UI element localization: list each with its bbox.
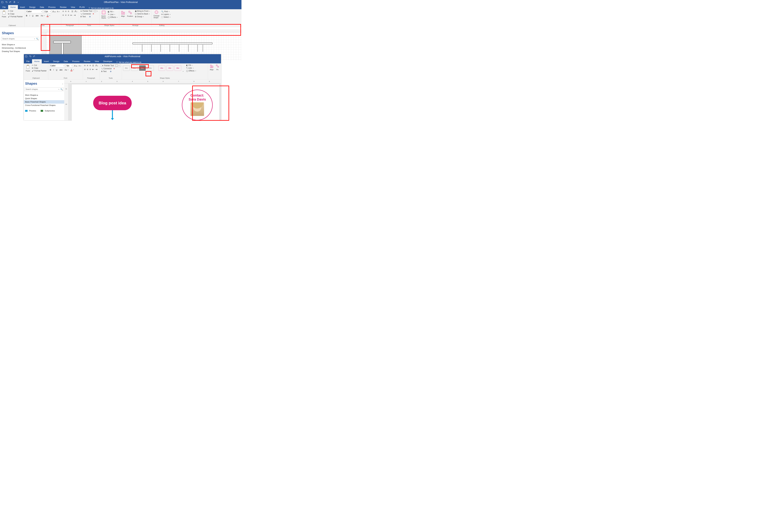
text-button[interactable]: AText ⊕: [101, 70, 120, 73]
decrease-indent-icon[interactable]: ⇤: [70, 14, 72, 17]
stencil-quick-shapes[interactable]: Quick Shapes: [24, 97, 64, 100]
shapes-search-input[interactable]: [25, 88, 58, 90]
stencil-basic-flowchart[interactable]: Basic Flowchart Shapes: [24, 100, 64, 104]
cut-button[interactable]: ✂Cut: [8, 10, 23, 12]
tab-insert[interactable]: Insert: [42, 59, 51, 63]
floorplan-bench-shape[interactable]: [132, 42, 212, 44]
line-button[interactable]: ✎Line▾: [107, 13, 118, 16]
font-size-combo[interactable]: 8pt.▾: [66, 64, 73, 67]
grow-font-button[interactable]: A▴: [52, 10, 56, 13]
search-icon[interactable]: 🔍: [35, 38, 39, 40]
connector-button[interactable]: ↘Connector ✕: [101, 67, 120, 70]
bold-button[interactable]: B: [26, 14, 28, 17]
tab-data[interactable]: Data: [62, 59, 70, 63]
group-button[interactable]: ⊞Group▾: [135, 15, 150, 18]
tab-plan[interactable]: PLAN: [77, 5, 87, 9]
send-to-back-button[interactable]: ▢Send to Back▾: [135, 13, 150, 15]
tab-process[interactable]: Process: [46, 5, 58, 9]
style-swatch-1[interactable]: Abc: [123, 65, 130, 71]
bullets-icon[interactable]: ≣: [71, 10, 73, 13]
position-button[interactable]: Po: [215, 64, 220, 71]
italic-button[interactable]: I: [53, 69, 54, 71]
font-size-combo[interactable]: 12pt.▾: [44, 10, 51, 13]
stencil-cross-functional[interactable]: Cross-Functional Flowchart Shapes: [24, 104, 64, 107]
rectangle-icon[interactable]: [94, 10, 96, 12]
shape-process[interactable]: Process Subprocess: [24, 109, 64, 113]
change-shape-button[interactable]: Change Shape: [153, 10, 160, 19]
grow-font-button[interactable]: A▴: [74, 64, 77, 67]
effects-button[interactable]: ◯Effects▾: [186, 70, 196, 72]
tell-me-box[interactable]: Tell me what you want to do: [115, 61, 141, 63]
connector-button[interactable]: ↘Connector ✕: [80, 13, 98, 15]
shrink-font-button[interactable]: A▾: [78, 65, 81, 67]
align-button[interactable]: Align: [120, 10, 125, 17]
copy-button[interactable]: ⧉Copy: [8, 13, 23, 15]
delete-x-icon[interactable]: ✕: [93, 13, 94, 15]
strike-button[interactable]: abc: [35, 14, 39, 17]
align-top-icon[interactable]: ≡: [84, 64, 85, 67]
font-color-button[interactable]: A▾: [46, 14, 50, 17]
tab-view[interactable]: View: [69, 5, 77, 9]
align-top-icon[interactable]: ≡: [62, 10, 64, 13]
font-color-button[interactable]: A▾: [70, 68, 74, 71]
delete-x-icon[interactable]: ✕: [113, 68, 115, 70]
fill-button[interactable]: ◧Fill▾: [186, 64, 196, 67]
tab-view[interactable]: View: [93, 59, 101, 63]
cut-button[interactable]: ✂Cut: [32, 64, 47, 67]
tab-home[interactable]: Home: [32, 59, 42, 63]
change-case-button[interactable]: Aa▾: [40, 14, 45, 17]
tell-me-box[interactable]: Tell me what you want to do: [87, 7, 114, 9]
search-icon[interactable]: 🔍: [60, 88, 63, 91]
collapse-pane-icon[interactable]: ‹: [62, 83, 63, 85]
more-shapes-item[interactable]: More Shapes ▸: [1, 43, 40, 46]
tab-design[interactable]: Design: [51, 59, 61, 63]
italic-button[interactable]: I: [29, 14, 30, 17]
paste-button[interactable]: Paste: [1, 10, 7, 18]
stencil-dimensioning[interactable]: Dimensioning - Architectural: [1, 46, 40, 50]
shapes-search[interactable]: ▾ 🔍: [24, 87, 64, 91]
align-middle-icon[interactable]: ≡: [65, 10, 66, 13]
font-name-combo[interactable]: Calibri▾: [50, 64, 65, 67]
connector-arrow-shape[interactable]: [112, 110, 113, 119]
bullets-icon[interactable]: ≣: [92, 64, 94, 67]
format-painter-button[interactable]: 🖌Format Painter: [32, 70, 47, 72]
tab-file[interactable]: File: [0, 5, 8, 9]
align-left-icon[interactable]: ≡: [62, 14, 64, 17]
blog-post-idea-shape[interactable]: Blog post idea: [93, 96, 132, 110]
select-button[interactable]: ⬚Select▾: [161, 16, 171, 18]
find-button[interactable]: 🔍Find▾: [161, 10, 171, 13]
gallery-more-icon[interactable]: ▾: [183, 71, 183, 72]
align-right-icon[interactable]: ≡: [89, 68, 91, 71]
contact-picture-shape[interactable]: Contact: Sara Davis: [182, 90, 213, 120]
connection-point-icon[interactable]: ⊕: [89, 16, 91, 18]
position-button[interactable]: Position: [126, 10, 134, 17]
underline-button[interactable]: U: [56, 69, 58, 71]
tab-file[interactable]: File: [24, 59, 32, 63]
pointer-tool-button[interactable]: ➤Pointer Tool ▾: [80, 10, 98, 12]
increase-indent-icon[interactable]: ⇥: [74, 14, 76, 17]
align-middle-icon[interactable]: ≡: [87, 64, 88, 67]
line-button[interactable]: ✎Line▾: [186, 67, 196, 69]
font-name-combo[interactable]: Calibri▾: [26, 10, 43, 13]
search-dropdown-icon[interactable]: ▾: [34, 38, 35, 40]
text-direction-icon[interactable]: A↕: [75, 10, 77, 13]
stencil-drawing-tool-shapes[interactable]: Drawing Tool Shapes: [1, 50, 40, 53]
drawing-page[interactable]: Blog post idea Contact: Sara Davis: [72, 84, 219, 121]
paste-button[interactable]: Paste: [25, 64, 31, 72]
increase-indent-icon[interactable]: ⇥: [95, 68, 97, 71]
shrink-font-button[interactable]: A▾: [57, 10, 60, 13]
more-shapes-item[interactable]: More Shapes ▸: [24, 93, 64, 97]
align-right-icon[interactable]: ≡: [68, 14, 69, 17]
effects-button[interactable]: ◯Effects▾: [107, 16, 118, 18]
text-button[interactable]: AText ⊕: [80, 15, 98, 18]
style-swatch-5[interactable]: Abc: [158, 65, 165, 71]
style-swatch-2[interactable]: Abc: [131, 65, 138, 71]
bring-to-front-button[interactable]: ▣Bring to Front▾: [135, 10, 150, 12]
shapes-search-input[interactable]: [1, 38, 34, 40]
tab-insert[interactable]: Insert: [18, 5, 27, 9]
format-painter-button[interactable]: 🖌Format Painter: [8, 15, 23, 18]
align-button[interactable]: Align: [209, 64, 214, 71]
pointer-tool-button[interactable]: ➤Pointer Tool ▾: [101, 64, 120, 67]
search-dropdown-icon[interactable]: ▾: [58, 89, 60, 90]
text-direction-icon[interactable]: A↕: [95, 64, 98, 67]
